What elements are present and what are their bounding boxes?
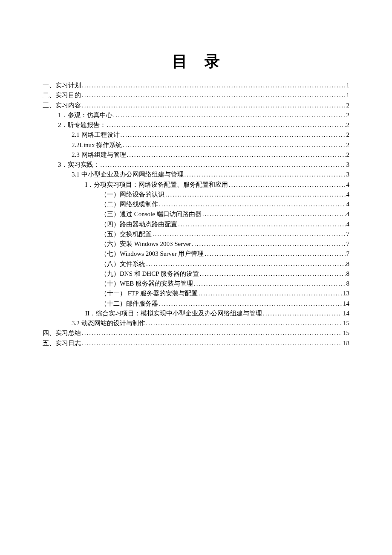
toc-leader-dots [127, 150, 346, 160]
toc-entry: （十一） FTP 服务器的安装与配置13 [43, 289, 349, 298]
toc-entry-page: 14 [343, 299, 349, 309]
toc-leader-dots [159, 299, 342, 309]
toc-entry-label: （一）网络设备的认识 [101, 190, 164, 199]
table-of-contents: 一、实习计划1二、实习目的1三、实习内容21．参观：仿真中心22．听专题报告：2… [43, 81, 349, 348]
toc-entry: 2.2Linux 操作系统2 [43, 140, 349, 150]
toc-entry-page: 4 [346, 209, 350, 219]
toc-entry: II．综合实习项目：模拟实现中小型企业及办公网络组建与管理14 [43, 309, 349, 318]
toc-entry: 3.1 中小型企业及办公网网络组建与管理3 [43, 170, 349, 179]
toc-entry-label: 五、实习日志 [43, 338, 81, 348]
toc-entry: 3.2 动态网站的设计与制作15 [43, 318, 349, 328]
toc-entry-page: 4 [346, 180, 350, 190]
toc-entry-label: 二、实习目的 [43, 90, 81, 100]
toc-entry-page: 8 [346, 259, 350, 269]
toc-leader-dots [184, 170, 346, 179]
toc-entry-label: 3.2 动态网站的设计与制作 [72, 318, 145, 328]
toc-entry-page: 13 [343, 289, 349, 298]
toc-entry: （十）WEB 服务器的安装与管理8 [43, 279, 349, 289]
toc-entry-page: 4 [346, 220, 350, 229]
toc-entry: I．分项实习项目：网络设备配置、服务配置和应用4 [43, 180, 349, 190]
toc-entry: 二、实习目的1 [43, 90, 349, 100]
toc-entry-label: （四）路由器动态路由配置 [101, 220, 177, 229]
toc-leader-dots [200, 269, 346, 279]
toc-leader-dots [146, 259, 346, 269]
toc-entry-label: I．分项实习项目：网络设备配置、服务配置和应用 [85, 180, 228, 190]
toc-entry-label: （九）DNS 和 DHCP 服务器的设置 [101, 269, 199, 279]
toc-entry-page: 7 [346, 249, 350, 259]
toc-entry: （十二）邮件服务器14 [43, 299, 349, 309]
toc-entry-page: 14 [343, 309, 349, 318]
toc-entry-label: （六）安装 Windows 2003 Server [101, 239, 191, 249]
toc-entry-label: 一、实习计划 [43, 81, 81, 90]
toc-entry-page: 1 [346, 81, 350, 90]
toc-entry-label: 3．实习实践： [58, 160, 100, 170]
toc-entry: （七）Windows 2003 Server 用户管理7 [43, 249, 349, 259]
toc-entry: 1．参观：仿真中心2 [43, 110, 349, 120]
toc-entry: （九）DNS 和 DHCP 服务器的设置8 [43, 269, 349, 279]
toc-leader-dots [153, 229, 346, 239]
toc-entry: 2.1 网络工程设计2 [43, 130, 349, 140]
toc-entry-label: 3.1 中小型企业及办公网网络组建与管理 [72, 170, 184, 179]
toc-entry-label: （五）交换机配置 [101, 229, 152, 239]
toc-leader-dots [229, 180, 346, 190]
toc-entry-label: 四、实习总结 [43, 328, 81, 338]
toc-entry: （三）通过 Console 端口访问路由器4 [43, 209, 349, 219]
toc-entry: （八）文件系统8 [43, 259, 349, 269]
toc-entry-page: 15 [343, 318, 349, 328]
toc-entry-page: 7 [346, 229, 350, 239]
toc-leader-dots [82, 338, 342, 348]
toc-leader-dots [121, 130, 346, 140]
toc-leader-dots [199, 289, 342, 298]
toc-leader-dots [178, 220, 346, 229]
toc-leader-dots [82, 90, 346, 100]
toc-entry: 2．听专题报告：2 [43, 120, 349, 130]
toc-entry-label: 2.3 网络组建与管理 [72, 150, 126, 160]
toc-entry-page: 1 [346, 90, 350, 100]
document-page: 目录 一、实习计划1二、实习目的1三、实习内容21．参观：仿真中心22．听专题报… [0, 0, 392, 555]
toc-entry-label: （十二）邮件服务器 [101, 299, 158, 309]
toc-entry-page: 2 [346, 120, 350, 130]
toc-entry: 一、实习计划1 [43, 81, 349, 90]
toc-entry-label: （二）网络线缆制作 [101, 199, 158, 209]
toc-leader-dots [107, 120, 346, 130]
toc-leader-dots [202, 209, 346, 219]
toc-leader-dots [194, 279, 345, 289]
toc-entry-label: 2.2Linux 操作系统 [72, 140, 122, 150]
toc-entry: 2.3 网络组建与管理2 [43, 150, 349, 160]
toc-leader-dots [113, 110, 346, 120]
toc-entry: 五、实习日志18 [43, 338, 349, 348]
toc-entry-label: （三）通过 Console 端口访问路由器 [101, 209, 202, 219]
toc-entry-page: 7 [346, 239, 350, 249]
toc-entry-label: （十）WEB 服务器的安装与管理 [101, 279, 193, 289]
toc-leader-dots [263, 309, 342, 318]
toc-leader-dots [82, 328, 342, 338]
toc-entry-page: 4 [346, 199, 350, 209]
toc-leader-dots [82, 101, 346, 110]
toc-entry-label: （十一） FTP 服务器的安装与配置 [101, 289, 198, 298]
toc-entry-label: 1．参观：仿真中心 [58, 110, 112, 120]
toc-entry-page: 18 [343, 338, 349, 348]
toc-leader-dots [159, 199, 346, 209]
toc-leader-dots [192, 239, 345, 249]
toc-entry-label: （七）Windows 2003 Server 用户管理 [101, 249, 204, 259]
toc-leader-dots [205, 249, 345, 259]
toc-entry: （五）交换机配置7 [43, 229, 349, 239]
toc-entry-label: 2．听专题报告： [58, 120, 106, 130]
toc-entry-page: 8 [346, 269, 350, 279]
toc-entry-page: 2 [346, 150, 350, 160]
toc-entry: 3．实习实践：3 [43, 160, 349, 170]
toc-leader-dots [82, 81, 346, 90]
toc-leader-dots [165, 190, 346, 199]
toc-leader-dots [101, 160, 346, 170]
toc-entry: （四）路由器动态路由配置4 [43, 220, 349, 229]
toc-entry-page: 15 [343, 328, 349, 338]
toc-entry-label: 2.1 网络工程设计 [72, 130, 120, 140]
toc-entry-page: 8 [346, 279, 350, 289]
toc-entry-label: II．综合实习项目：模拟实现中小型企业及办公网络组建与管理 [85, 309, 262, 318]
toc-title: 目录 [60, 51, 349, 72]
toc-entry: 四、实习总结15 [43, 328, 349, 338]
toc-entry: （二）网络线缆制作4 [43, 199, 349, 209]
toc-leader-dots [123, 140, 345, 150]
toc-entry-label: 三、实习内容 [43, 101, 81, 110]
toc-entry-page: 4 [346, 190, 350, 199]
